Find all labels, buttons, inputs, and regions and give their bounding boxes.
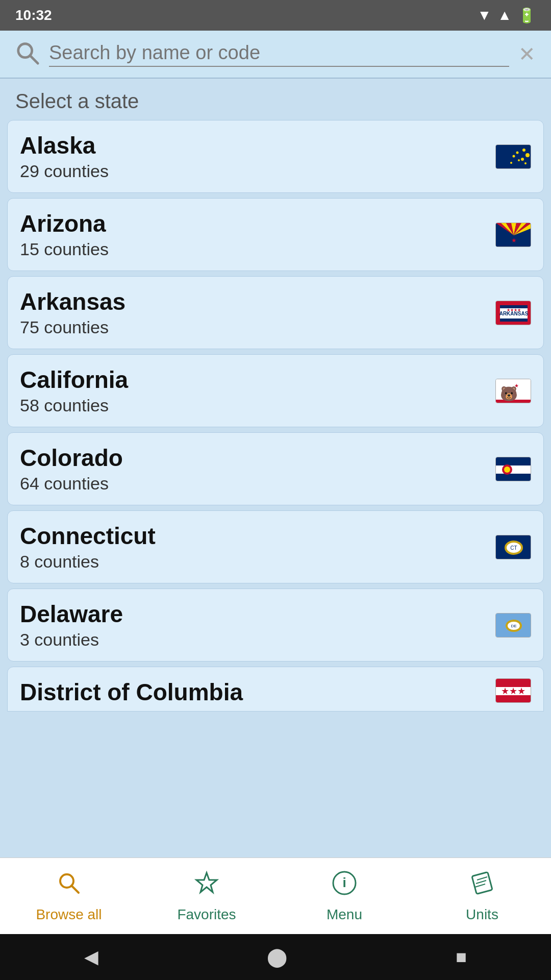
state-counties: 64 counties (20, 474, 495, 494)
state-flag (495, 457, 531, 481)
status-icons: ▼ ▲ 🔋 (478, 7, 536, 24)
svg-text:★: ★ (511, 237, 517, 244)
state-item[interactable]: Arkansas 75 counties ARKANSAS ★★★★ (7, 276, 544, 349)
svg-rect-47 (496, 695, 531, 703)
state-item[interactable]: Colorado 64 counties (7, 432, 544, 505)
svg-line-50 (71, 886, 79, 893)
state-flag: DE (495, 613, 531, 638)
state-info: Colorado 64 counties (20, 444, 495, 494)
menu-icon: i (331, 870, 358, 902)
state-name: District of Columbia (20, 678, 495, 706)
state-counties: 29 counties (20, 161, 495, 181)
state-item[interactable]: California 58 counties 🐻 ★ (7, 354, 544, 427)
state-info: Arkansas 75 counties (20, 288, 495, 337)
state-info: Connecticut 8 counties (20, 522, 495, 572)
state-counties: 8 counties (20, 552, 495, 572)
svg-rect-54 (472, 872, 492, 894)
browse-all-icon (56, 870, 82, 902)
menu-label: Menu (327, 906, 362, 923)
svg-point-36 (504, 467, 510, 473)
state-item-partial[interactable]: District of Columbia ★★★ (7, 667, 544, 712)
bottom-nav: Browse all Favorites i Menu Units (0, 857, 551, 934)
state-flag (495, 144, 531, 169)
state-name: Colorado (20, 444, 495, 472)
nav-favorites[interactable]: Favorites (138, 858, 276, 934)
svg-text:CT: CT (510, 545, 517, 551)
battery-icon: 🔋 (518, 7, 536, 24)
svg-rect-34 (496, 474, 531, 481)
state-flag: CT (495, 535, 531, 559)
states-list: Alaska 29 counties Arizona 15 counties (0, 120, 551, 857)
svg-text:DE: DE (511, 624, 516, 628)
signal-icon: ▲ (497, 7, 512, 23)
clear-icon[interactable]: ✕ (518, 42, 536, 66)
svg-text:★: ★ (514, 383, 519, 388)
nav-units[interactable]: Units (413, 858, 551, 934)
svg-line-1 (30, 56, 38, 63)
favorites-icon (193, 870, 220, 902)
state-flag: ★ (495, 223, 531, 247)
svg-line-56 (476, 880, 486, 884)
nav-browse-all[interactable]: Browse all (0, 858, 138, 934)
state-info: California 58 counties (20, 366, 495, 415)
state-flag: 🐻 ★ (495, 379, 531, 403)
state-name: Arizona (20, 210, 495, 237)
svg-point-6 (516, 151, 519, 154)
state-counties: 3 counties (20, 630, 495, 650)
units-icon (469, 870, 495, 902)
svg-point-8 (518, 159, 520, 161)
svg-point-9 (524, 162, 527, 164)
state-name: Connecticut (20, 522, 495, 550)
units-label: Units (466, 906, 498, 923)
svg-text:★★★★: ★★★★ (507, 308, 521, 312)
section-header: Select a state (0, 79, 551, 120)
state-name: California (20, 366, 495, 394)
state-counties: 58 counties (20, 396, 495, 415)
browse-all-label: Browse all (36, 906, 102, 923)
state-flag: ★★★ (495, 678, 531, 703)
state-item[interactable]: Connecticut 8 counties CT (7, 510, 544, 583)
svg-point-4 (525, 153, 530, 157)
state-name: Arkansas (20, 288, 495, 315)
svg-text:★★★: ★★★ (501, 686, 525, 696)
state-item[interactable]: Alaska 29 counties (7, 120, 544, 193)
home-button[interactable]: ⬤ (267, 946, 287, 968)
svg-text:i: i (342, 875, 346, 890)
state-info: Alaska 29 counties (20, 132, 495, 181)
svg-marker-51 (196, 873, 217, 892)
state-info: Delaware 3 counties (20, 600, 495, 650)
favorites-label: Favorites (177, 906, 236, 923)
svg-line-57 (475, 884, 485, 887)
svg-point-5 (521, 158, 524, 161)
svg-point-10 (510, 162, 512, 164)
search-input[interactable] (49, 42, 509, 67)
state-name: Delaware (20, 600, 495, 628)
svg-point-3 (522, 149, 525, 152)
svg-line-55 (477, 877, 487, 880)
state-item[interactable]: Arizona 15 counties ★ (7, 198, 544, 271)
svg-point-7 (513, 155, 515, 157)
svg-rect-33 (496, 457, 531, 465)
status-bar: 10:32 ▼ ▲ 🔋 (0, 0, 551, 31)
state-flag: ARKANSAS ★★★★ (495, 301, 531, 325)
search-bar: ✕ (0, 31, 551, 79)
search-icon (15, 41, 40, 67)
nav-menu[interactable]: i Menu (276, 858, 413, 934)
status-time: 10:32 (15, 7, 52, 23)
back-button[interactable]: ◀ (84, 946, 98, 968)
state-counties: 15 counties (20, 239, 495, 259)
wifi-icon: ▼ (478, 7, 492, 23)
state-counties: 75 counties (20, 317, 495, 337)
state-name: Alaska (20, 132, 495, 159)
recent-button[interactable]: ■ (456, 946, 467, 968)
android-nav: ◀ ⬤ ■ (0, 934, 551, 980)
state-info: District of Columbia (20, 678, 495, 706)
state-info: Arizona 15 counties (20, 210, 495, 259)
svg-rect-25 (500, 318, 528, 322)
state-item[interactable]: Delaware 3 counties DE (7, 589, 544, 662)
